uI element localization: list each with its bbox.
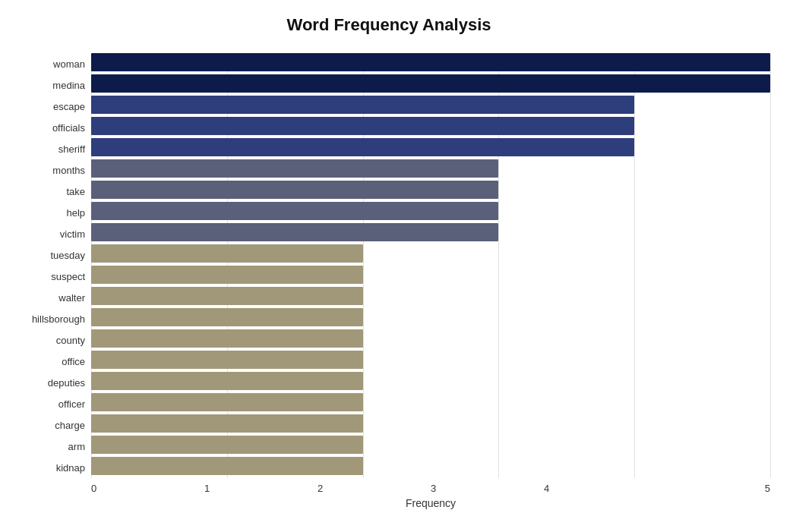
grid-line xyxy=(770,53,771,478)
bar-row xyxy=(91,372,770,390)
bar-row xyxy=(91,117,770,135)
bar-row xyxy=(91,159,770,178)
bar-row xyxy=(91,436,770,454)
x-tick-0: 0 xyxy=(91,483,204,494)
y-label-months: months xyxy=(8,159,91,181)
plot-area xyxy=(91,53,770,478)
bar-row xyxy=(91,223,770,241)
y-label-help: help xyxy=(8,202,91,223)
y-label-tuesday: tuesday xyxy=(8,244,91,266)
x-axis-label: Frequency xyxy=(91,497,770,509)
bar-victim xyxy=(91,223,498,241)
bar-row xyxy=(91,393,770,411)
x-tick-3: 3 xyxy=(431,483,544,494)
bar-medina xyxy=(91,74,770,93)
y-label-officials: officials xyxy=(8,117,91,138)
y-label-sheriff: sheriff xyxy=(8,138,91,159)
bar-row xyxy=(91,138,770,156)
bar-suspect xyxy=(91,266,363,284)
bar-months xyxy=(91,159,498,178)
x-tick-4: 4 xyxy=(544,483,657,494)
bar-county xyxy=(91,329,363,348)
y-label-officer: officer xyxy=(8,393,91,414)
y-label-walter: walter xyxy=(8,287,91,308)
chart-container: Word Frequency Analysis womanmedinaescap… xyxy=(0,0,793,532)
bar-hillsborough xyxy=(91,308,363,326)
y-label-medina: medina xyxy=(8,74,91,96)
x-tick-2: 2 xyxy=(318,483,431,494)
bar-row xyxy=(91,308,770,326)
bar-officer xyxy=(91,393,363,411)
y-label-hillsborough: hillsborough xyxy=(8,308,91,329)
bar-row xyxy=(91,414,770,433)
y-axis: womanmedinaescapeofficialssheriffmonthst… xyxy=(8,53,91,478)
bar-officials xyxy=(91,117,634,135)
y-label-victim: victim xyxy=(8,223,91,244)
x-axis: 012345 xyxy=(91,483,770,494)
bar-take xyxy=(91,181,498,199)
bar-row xyxy=(91,244,770,263)
y-label-arm: arm xyxy=(8,436,91,457)
x-tick-1: 1 xyxy=(204,483,318,494)
bar-row xyxy=(91,351,770,369)
bar-tuesday xyxy=(91,244,363,263)
bar-walter xyxy=(91,287,363,305)
bar-charge xyxy=(91,414,363,433)
bar-arm xyxy=(91,436,363,454)
y-label-woman: woman xyxy=(8,53,91,74)
bar-escape xyxy=(91,96,634,114)
bar-row xyxy=(91,202,770,220)
bar-row xyxy=(91,287,770,305)
bar-help xyxy=(91,202,498,220)
bar-kidnap xyxy=(91,457,363,475)
y-label-charge: charge xyxy=(8,414,91,436)
y-label-office: office xyxy=(8,351,91,372)
bar-row xyxy=(91,266,770,284)
x-tick-5: 5 xyxy=(657,483,770,494)
bar-row xyxy=(91,329,770,348)
bar-row xyxy=(91,74,770,93)
chart-title: Word Frequency Analysis xyxy=(8,15,770,35)
bar-deputies xyxy=(91,372,363,390)
y-label-suspect: suspect xyxy=(8,266,91,287)
y-label-county: county xyxy=(8,329,91,351)
y-label-kidnap: kidnap xyxy=(8,457,91,478)
bar-woman xyxy=(91,53,770,71)
y-label-escape: escape xyxy=(8,96,91,117)
y-label-deputies: deputies xyxy=(8,372,91,393)
bar-row xyxy=(91,96,770,114)
y-label-take: take xyxy=(8,181,91,202)
bar-office xyxy=(91,351,363,369)
bar-row xyxy=(91,53,770,71)
bar-row xyxy=(91,457,770,475)
bar-row xyxy=(91,181,770,199)
bar-sheriff xyxy=(91,138,634,156)
